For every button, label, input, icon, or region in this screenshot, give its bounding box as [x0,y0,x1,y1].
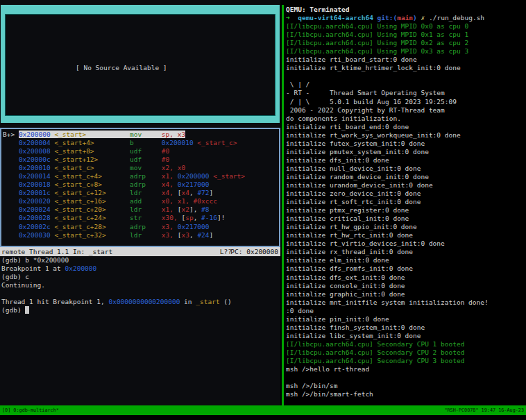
asm-row: 0x200018 <_start_c+8> adrp x4, 0x217000 [3,180,279,189]
terminal-line: [I/libcpu.aarch64.cpu] Using MPID 0x1 as… [286,31,525,39]
asm-row: 0x20002c <_start_c+28> adrp x3, 0x217000 [3,223,279,231]
gdb-console-line: Continuing. [1,281,279,289]
gdb-console-line: Breakpoint 1 at 0x200000 [1,264,279,273]
terminal-line: initialize rt_hw_rtc_init:0 done [286,231,525,240]
asm-rows: B+> 0x200000 <_start> mov sp, x3 0x20000… [3,131,279,240]
terminal-line: ➜ qemu-virt64-aarch64 git:(main) ✗ ./run… [286,14,525,22]
terminal-line [286,398,525,405]
terminal-line: initialize console_init:0 done [286,282,525,290]
terminal-line: initialize rt_virtio_devices_init:0 done [286,240,525,248]
terminal-line: initialize elm_init:0 done [286,256,525,264]
qemu-pane[interactable]: QEMU: Terminated➜ qemu-virt64-aarch64 gi… [286,6,525,405]
terminal-line: msh />hello rt-thread [286,365,525,373]
gdb-status-line: remote Thread 1.1 In: _start L?? PC: 0x2… [0,247,280,256]
terminal-line: msh />/bin/smart-fetch [286,390,525,398]
gdb-asm-window: B+> 0x200000 <_start> mov sp, x3 0x20000… [0,128,280,247]
asm-row: 0x200030 <_start_c+32> ldr x3, [x3, #24] [3,231,279,240]
terminal-line: initialize null_device_init:0 done [286,165,525,173]
terminal-line: initialize dfs_init:0 done [286,156,525,165]
terminal-line: initialize zero_device_init:0 done [286,190,525,198]
terminal-line: initialize rti_board_start:0 done [286,56,525,64]
terminal-line: - RT - Thread Smart Operating System [286,89,525,97]
no-source-message: [ No Source Available ] [5,14,275,72]
asm-row: 0x200028 <_start_c+24> str x30, [sp, #-1… [3,214,279,222]
gdb-console-line: Thread 1 hit Breakpoint 1, 0x00000000002… [1,298,279,306]
terminal-line: [I/libcpu.aarch64.cpu] Using MPID 0x2 as… [286,39,525,47]
terminal-line: initialize pin_init:0 done [286,315,525,324]
gdb-pane[interactable]: [ No Source Available ] B+> 0x200000 <_s… [0,0,280,405]
terminal-line: do components initialization. [286,115,525,123]
terminal-line: 2006 - 2022 Copyright by RT-Thread team [286,106,525,115]
terminal-line: [I/libcpu.aarch64.cpu] Secondary CPU 3 b… [286,357,525,365]
gdb-console-line: (gdb) [1,306,279,314]
terminal-line: initialize finsh_system_init:0 done [286,324,525,332]
terminal-line: initialize futex_system_init:0 done [286,140,525,148]
terminal-line: initialize critical_init:0 done [286,215,525,223]
terminal-line: initialize mnt_initfile system initializ… [286,299,525,307]
gdb-console[interactable]: (gdb) b *0x200000Breakpoint 1 at 0x20000… [1,256,279,314]
terminal-line: / | \ 5.0.1 build Aug 16 2023 19:25:09 [286,98,525,106]
asm-row: 0x20001c <_start_c+12> ldr x4, [x4, #72] [3,189,279,197]
terminal-line: initialize urandom_device_init:0 done [286,181,525,190]
status-thread-label: remote Thread 1.1 In: _start [1,247,112,256]
qemu-output: QEMU: Terminated➜ qemu-virt64-aarch64 gi… [286,6,525,405]
gdb-source-window: [ No Source Available ] [1,5,280,123]
terminal-line: [I/libcpu.aarch64.cpu] Secondary CPU 2 b… [286,348,525,357]
terminal-line: [I/libcpu.aarch64.cpu] Secondary CPU 1 b… [286,340,525,348]
asm-row: 0x200020 <_start_c+16> add x0, x1, #0xcc… [3,197,279,205]
terminal-line: initialize random_device_init:0 done [286,173,525,181]
terminal-screen: [ No Source Available ] B+> 0x200000 <_s… [0,0,526,420]
terminal-line: [I/libcpu.aarch64.cpu] Using MPID 0x3 as… [286,47,525,56]
terminal-line [286,373,525,382]
tmux-host-clock: "RSH-PC0078" 19:47 16-Aug-23 [444,405,524,415]
terminal-line: initialize rt_work_sys_workqueue_init:0 … [286,131,525,140]
terminal-line: msh />/bin/sm [286,382,525,390]
asm-row: 0x20000c <_start+12> udf #0 [3,156,279,164]
terminal-line: initialize ptmx_register:0 done [286,206,525,215]
asm-row: 0x200008 <_start+8> udf #0 [3,147,279,156]
terminal-line: QEMU: Terminated [286,6,525,14]
terminal-line: initialize libc_system_init:0 done [286,332,525,340]
asm-row: 0x200024 <_start_c+20> ldr x1, [x2], #8 [3,205,279,214]
terminal-line: initialize rt_soft_rtc_init:0 done [286,198,525,206]
terminal-line [286,72,525,81]
terminal-line: initialize graphic_init:0 done [286,290,525,299]
terminal-line: initialize rt_ktime_hrtimer_lock_init:0 … [286,64,525,72]
terminal-line: initialize dfs_romfs_init:0 done [286,264,525,273]
terminal-line: initialize rx_thread_init:0 done [286,248,525,256]
asm-row: 0x200004 <_start+4> b 0x200010 <_start_c… [3,139,279,147]
terminal-line: initialize rt_hw_gpio_init:0 done [286,223,525,231]
terminal-line: \ | / [286,81,525,89]
tmux-window-list[interactable]: [0] 0:gdb-multiarch* [2,405,59,415]
tmux-status-bar: [0] 0:gdb-multiarch* "RSH-PC0078" 19:47 … [0,405,526,415]
tmux-pane-divider[interactable] [282,5,284,405]
gdb-console-line [1,289,279,298]
terminal-line: [I/libcpu.aarch64.cpu] Using MPID 0x0 as… [286,22,525,31]
terminal-line: initialize pmutex_system_init:0 done [286,148,525,156]
asm-row: B+> 0x200000 <_start> mov sp, x3 [3,131,279,139]
gdb-console-line: (gdb) b *0x200000 [1,256,279,264]
asm-row: 0x200010 <_start_c> mov x2, x0 [3,164,279,172]
status-pc-value: PC: 0x200000 [230,247,278,256]
terminal-line: initialize dfs_ext_init:0 done [286,274,525,282]
terminal-line: :0 done [286,307,525,315]
gdb-console-line: (gdb) c [1,273,279,281]
terminal-line: initialize rti_board_end:0 done [286,123,525,131]
asm-row: 0x200014 <_start_c+4> adrp x1, 0x200000 … [3,172,279,180]
